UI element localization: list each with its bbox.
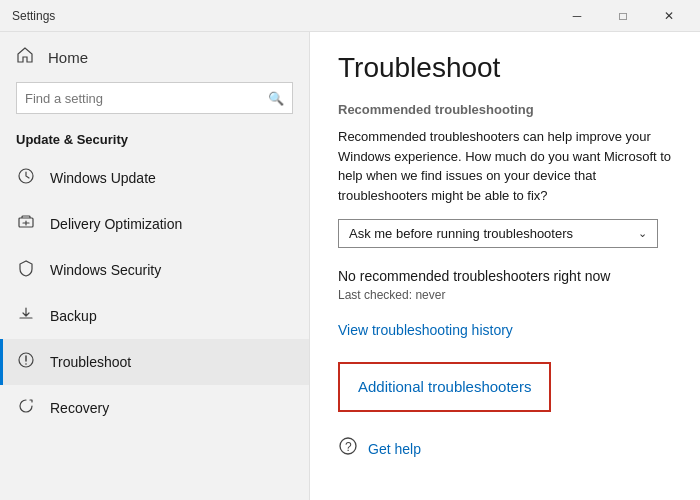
maximize-button[interactable]: □ [600, 0, 646, 32]
page-title: Troubleshoot [338, 52, 672, 84]
additional-troubleshooters-box[interactable]: Additional troubleshooters [338, 362, 551, 412]
delivery-optimization-label: Delivery Optimization [50, 216, 182, 232]
sidebar-item-windows-update[interactable]: Windows Update [0, 155, 309, 201]
search-input[interactable] [25, 91, 268, 106]
troubleshoot-label: Troubleshoot [50, 354, 131, 370]
get-help-row[interactable]: ? Get help [338, 436, 672, 461]
search-box[interactable]: 🔍 [16, 82, 293, 114]
recovery-label: Recovery [50, 400, 109, 416]
section-subtitle: Recommended troubleshooting [338, 102, 672, 117]
close-button[interactable]: ✕ [646, 0, 692, 32]
windows-security-icon [16, 259, 36, 281]
recovery-icon [16, 397, 36, 419]
troubleshoot-icon [16, 351, 36, 373]
windows-update-label: Windows Update [50, 170, 156, 186]
svg-text:?: ? [345, 440, 352, 454]
no-troubleshooters-text: No recommended troubleshooters right now [338, 268, 672, 284]
sidebar-item-troubleshoot[interactable]: Troubleshoot [0, 339, 309, 385]
content-area: Troubleshoot Recommended troubleshooting… [310, 32, 700, 500]
svg-point-3 [25, 363, 27, 365]
windows-security-label: Windows Security [50, 262, 161, 278]
section-title: Update & Security [0, 122, 309, 155]
main-layout: Home 🔍 Update & Security Windows Update [0, 32, 700, 500]
last-checked-text: Last checked: never [338, 288, 672, 302]
sidebar-item-delivery-optimization[interactable]: Delivery Optimization [0, 201, 309, 247]
title-bar: Settings ─ □ ✕ [0, 0, 700, 32]
dropdown-value: Ask me before running troubleshooters [349, 226, 573, 241]
delivery-optimization-icon [16, 213, 36, 235]
dropdown-arrow-icon: ⌄ [638, 227, 647, 240]
troubleshooter-dropdown[interactable]: Ask me before running troubleshooters ⌄ [338, 219, 658, 248]
sidebar-item-recovery[interactable]: Recovery [0, 385, 309, 431]
backup-label: Backup [50, 308, 97, 324]
search-icon: 🔍 [268, 91, 284, 106]
additional-troubleshooters-label: Additional troubleshooters [358, 378, 531, 395]
sidebar-item-backup[interactable]: Backup [0, 293, 309, 339]
backup-icon [16, 305, 36, 327]
sidebar: Home 🔍 Update & Security Windows Update [0, 32, 310, 500]
get-help-icon: ? [338, 436, 358, 461]
app-title: Settings [12, 9, 55, 23]
view-history-link[interactable]: View troubleshooting history [338, 322, 672, 338]
home-icon [16, 46, 34, 68]
windows-update-icon [16, 167, 36, 189]
window-controls: ─ □ ✕ [554, 0, 692, 32]
recommended-description: Recommended troubleshooters can help imp… [338, 127, 672, 205]
minimize-button[interactable]: ─ [554, 0, 600, 32]
sidebar-item-windows-security[interactable]: Windows Security [0, 247, 309, 293]
home-label: Home [48, 49, 88, 66]
get-help-link[interactable]: Get help [368, 441, 421, 457]
sidebar-item-home[interactable]: Home [0, 32, 309, 82]
